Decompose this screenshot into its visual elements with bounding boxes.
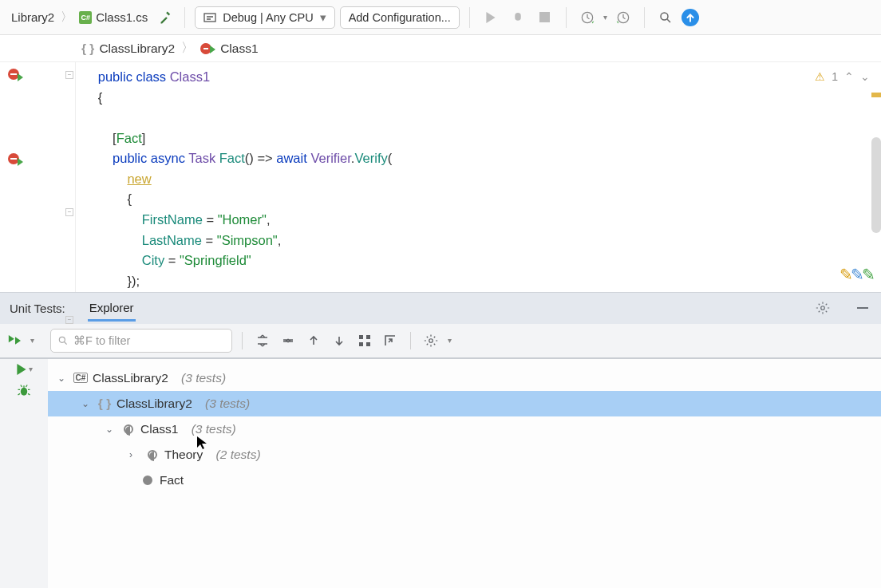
run-with-icon[interactable]: [576, 6, 599, 29]
prev-highlight-icon[interactable]: ⌃: [844, 69, 854, 86]
expand-all-icon[interactable]: [252, 330, 273, 351]
run-test-gutter-icon[interactable]: [8, 153, 24, 169]
svg-point-12: [429, 338, 433, 342]
chevron-down-icon[interactable]: ⌄: [105, 424, 117, 435]
toolbar-separator: [469, 7, 470, 28]
code-line: FirstName = "Homer",: [87, 210, 881, 231]
run-all-tests-button[interactable]: [6, 333, 24, 348]
class-run-icon: [200, 43, 215, 54]
test-icon: [140, 476, 155, 485]
error-stripe-warning[interactable]: [871, 93, 881, 97]
run-test-gutter-icon[interactable]: [8, 69, 24, 85]
editor-breadcrumb: { } ClassLibrary2 〉 Class1: [0, 35, 881, 62]
fold-icon[interactable]: −: [65, 208, 73, 216]
run-configuration-dropdown[interactable]: Debug | Any CPU ▾: [195, 6, 334, 29]
add-configuration-button[interactable]: Add Configuration...: [340, 6, 460, 29]
breadcrumb-class[interactable]: Class1: [200, 41, 258, 56]
code-line: [87, 108, 881, 128]
gutter: − − −: [0, 62, 76, 292]
svg-rect-6: [857, 307, 868, 309]
code-line: {: [87, 88, 881, 109]
tree-count: (3 tests): [181, 371, 226, 385]
crumb-library: Library2: [11, 10, 54, 24]
svg-rect-1: [539, 12, 550, 22]
svg-rect-0: [204, 14, 215, 22]
up-arrow-icon[interactable]: [303, 330, 324, 351]
filter-placeholder: ⌘F to filter: [73, 334, 130, 347]
svg-rect-8: [359, 335, 363, 339]
tree-node-project[interactable]: ⌄ C# ClassLibrary2 (3 tests): [48, 365, 881, 391]
chevron-right-icon: 〉: [61, 10, 73, 25]
tree-count: (3 tests): [192, 422, 236, 436]
warning-count: 1: [832, 69, 838, 86]
test-group-icon: [145, 450, 160, 460]
toolbar-separator: [566, 7, 567, 28]
fold-icon[interactable]: −: [65, 71, 73, 79]
test-tree: ⌄ C# ClassLibrary2 (3 tests) ⌄ { } Class…: [48, 359, 881, 589]
update-available-icon[interactable]: [681, 9, 699, 26]
main-toolbar: Library2 〉 C# Class1.cs Debug | Any CPU …: [0, 0, 881, 35]
unit-tests-panel-header: Unit Tests: Explorer: [0, 292, 881, 324]
code-line: City = "Springfield": [87, 251, 881, 271]
stop-button[interactable]: [534, 6, 556, 29]
explorer-tab[interactable]: Explorer: [88, 294, 136, 322]
run-button[interactable]: [480, 6, 502, 29]
refresh-icon[interactable]: [612, 6, 634, 29]
tree-node-theory[interactable]: › Theory (2 tests): [48, 442, 881, 468]
debug-tests-icon[interactable]: [16, 383, 32, 399]
inspection-widget[interactable]: ⚠ 1 ⌃ ⌄: [815, 69, 870, 86]
build-hammer-icon[interactable]: [159, 10, 175, 26]
run-button[interactable]: ▾: [16, 364, 33, 375]
breadcrumb-namespace[interactable]: { } ClassLibrary2: [81, 41, 175, 56]
unit-tests-body: ▾ ⌄ C# ClassLibrary2 (3 tests) ⌄ { } Cla…: [0, 359, 881, 589]
fold-icon[interactable]: −: [65, 316, 73, 324]
pencils-icon[interactable]: ✎✎✎: [840, 262, 873, 287]
path-crumb[interactable]: Library2 〉 C# Class1.cs: [5, 6, 154, 28]
svg-point-5: [821, 306, 825, 310]
code-line: {: [87, 189, 881, 210]
tree-label: ClassLibrary2: [117, 397, 192, 411]
layout-icon[interactable]: [380, 330, 401, 351]
unit-tests-toolbar: ▾ ⌘F to filter ▾: [0, 324, 881, 359]
group-by-icon[interactable]: [354, 330, 375, 351]
config-icon: [203, 11, 216, 24]
config-label: Debug | Any CPU: [223, 11, 313, 24]
cursor-icon: [196, 436, 207, 450]
code-line: new: [87, 169, 881, 190]
run-dropdown-icon[interactable]: ▾: [29, 336, 34, 345]
chevron-down-icon[interactable]: ▾: [603, 13, 607, 22]
breadcrumb-class-label: Class1: [220, 41, 258, 56]
search-icon[interactable]: [654, 6, 677, 29]
csharp-project-icon: C#: [73, 373, 88, 383]
options-dropdown-icon[interactable]: ▾: [446, 336, 452, 345]
chevron-down-icon[interactable]: ⌄: [57, 373, 69, 384]
scrollbar-thumb[interactable]: [871, 137, 881, 233]
test-class-icon: [121, 424, 136, 434]
chevron-right-icon[interactable]: ›: [129, 449, 140, 460]
minimize-icon[interactable]: [854, 299, 871, 317]
tree-count: (3 tests): [205, 397, 250, 411]
unit-tests-label: Unit Tests:: [10, 302, 65, 315]
tree-label: ClassLibrary2: [93, 371, 168, 385]
chevron-down-icon[interactable]: ⌄: [81, 398, 93, 409]
namespace-icon: { }: [97, 397, 112, 411]
gear-icon[interactable]: [814, 299, 832, 317]
code-line: [Fact]: [87, 128, 881, 149]
tree-node-fact[interactable]: Fact: [48, 468, 881, 493]
svg-point-7: [59, 337, 65, 342]
code-editor[interactable]: public class Class1 { [Fact] public asyn…: [76, 62, 881, 292]
breadcrumb-ns-label: ClassLibrary2: [99, 41, 175, 56]
code-line: public class Class1: [87, 67, 881, 88]
debug-button[interactable]: [507, 6, 529, 29]
namespace-icon: { }: [81, 41, 94, 56]
unit-tests-left-gutter: ▾: [0, 359, 48, 589]
options-gear-icon[interactable]: [421, 330, 441, 351]
tree-node-namespace[interactable]: ⌄ { } ClassLibrary2 (3 tests): [48, 391, 881, 416]
down-arrow-icon[interactable]: [329, 330, 350, 351]
collapse-all-icon[interactable]: [278, 330, 298, 351]
tree-label: Class1: [140, 422, 178, 436]
tree-node-class[interactable]: ⌄ Class1 (3 tests): [48, 416, 881, 442]
filter-input[interactable]: ⌘F to filter: [50, 329, 232, 353]
next-highlight-icon[interactable]: ⌄: [860, 69, 870, 86]
add-config-label: Add Configuration...: [349, 11, 451, 24]
